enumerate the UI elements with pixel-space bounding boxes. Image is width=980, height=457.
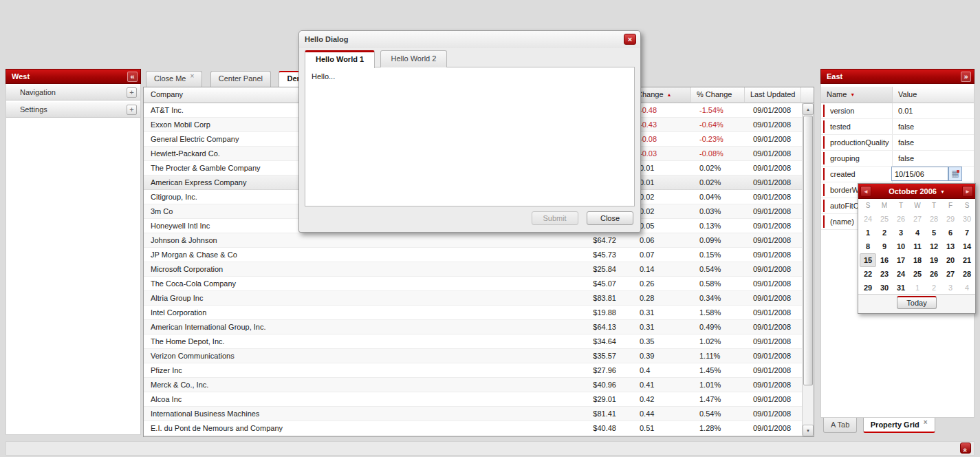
today-button[interactable]: Today (897, 296, 936, 309)
dialog-header[interactable]: Hello Dialog × (299, 31, 640, 48)
calendar-day[interactable]: 26 (893, 212, 909, 226)
calendar-day[interactable]: 3 (893, 226, 909, 240)
tab-center-panel[interactable]: Center Panel (210, 71, 271, 87)
tab-hello-world-1[interactable]: Hello World 1 (305, 50, 375, 68)
table-row[interactable]: Johnson & Johnson $64.72 0.06 0.09% 09/0… (144, 233, 802, 248)
calendar-day[interactable]: 27 (909, 212, 926, 226)
scrollbar-thumb[interactable] (803, 116, 813, 385)
table-row[interactable]: JP Morgan & Chase & Co $45.73 0.07 0.15%… (144, 248, 802, 262)
close-tab-icon[interactable]: × (190, 72, 194, 80)
calendar-day[interactable]: 15 (860, 253, 876, 267)
weekday-label: F (942, 200, 959, 211)
calendar-day[interactable]: 1 (909, 281, 926, 295)
next-month-icon[interactable]: ► (962, 186, 973, 197)
calendar-day[interactable]: 27 (942, 267, 959, 281)
calendar-trigger-icon[interactable]: ▦ (948, 167, 962, 181)
collapse-left-icon[interactable]: « (127, 72, 138, 82)
table-row[interactable]: Intel Corporation $19.88 0.31 1.58% 09/0… (144, 306, 802, 320)
calendar-day[interactable]: 28 (926, 212, 942, 226)
calendar-day[interactable]: 11 (909, 240, 926, 253)
collapse-right-icon[interactable]: » (961, 72, 971, 82)
calendar-day[interactable]: 17 (893, 253, 909, 267)
tab-a-tab[interactable]: A Tab (823, 418, 857, 433)
calendar-day[interactable]: 19 (926, 253, 942, 267)
property-row[interactable]: version 0.01 (821, 103, 974, 119)
calendar-day[interactable]: 28 (959, 267, 975, 281)
column-header-value[interactable]: Value (893, 87, 974, 103)
tab-close-me[interactable]: Close Me× (146, 71, 202, 87)
accordion-item-settings[interactable]: Settings + (6, 101, 140, 118)
table-row[interactable]: The Coca-Cola Company $45.07 0.26 0.58% … (144, 277, 802, 291)
date-input[interactable] (891, 167, 948, 181)
calendar-day[interactable]: 5 (926, 226, 942, 240)
month-year-button[interactable]: October 2006▼ (889, 187, 945, 195)
calendar-day[interactable]: 30 (959, 212, 975, 226)
grid-scrollbar[interactable]: ▲ ▼ (802, 103, 814, 436)
cell-price: $81.41 (543, 407, 631, 421)
calendar-day[interactable]: 2 (926, 281, 942, 295)
table-row[interactable]: Microsoft Corporation $25.84 0.14 0.54% … (144, 262, 802, 277)
dialog-close-icon[interactable]: × (624, 34, 636, 45)
calendar-day[interactable]: 3 (942, 281, 959, 295)
cell-company: Pfizer Inc (144, 363, 543, 377)
calendar-day[interactable]: 1 (860, 226, 876, 240)
calendar-day[interactable]: 9 (876, 240, 893, 253)
calendar-day[interactable]: 10 (893, 240, 909, 253)
calendar-day[interactable]: 2 (876, 226, 893, 240)
calendar-day[interactable]: 20 (942, 253, 959, 267)
property-row[interactable]: productionQuality false (821, 135, 974, 151)
calendar-day[interactable]: 14 (959, 240, 975, 253)
scroll-down-icon[interactable]: ▼ (803, 425, 814, 436)
cell-change: 0.14 (631, 262, 691, 276)
column-header-pct-change[interactable]: % Change (691, 87, 745, 103)
scroll-up-icon[interactable]: ▲ (803, 103, 814, 115)
submit-button[interactable]: Submit (532, 211, 578, 225)
table-row[interactable]: Altria Group Inc $83.81 0.28 0.34% 09/01… (144, 291, 802, 306)
calendar-day[interactable]: 4 (909, 226, 926, 240)
column-header-last-updated[interactable]: Last Updated (745, 87, 801, 103)
expand-south-icon[interactable]: « (960, 443, 971, 454)
expand-plus-icon[interactable]: + (127, 87, 137, 98)
calendar-day[interactable]: 13 (942, 240, 959, 253)
calendar-day[interactable]: 30 (876, 281, 893, 295)
accordion-item-navigation[interactable]: Navigation + (6, 84, 140, 100)
calendar-day[interactable]: 22 (860, 267, 876, 281)
calendar-day[interactable]: 16 (876, 253, 893, 267)
prev-month-icon[interactable]: ◄ (860, 186, 871, 197)
calendar-day[interactable]: 29 (860, 281, 876, 295)
table-row[interactable]: The Home Depot, Inc. $34.64 0.35 1.02% 0… (144, 334, 802, 349)
property-row[interactable]: grouping false (821, 151, 974, 167)
table-row[interactable]: Merck & Co., Inc. $40.96 0.41 1.01% 09/0… (144, 378, 802, 392)
calendar-day[interactable]: 25 (876, 212, 893, 226)
calendar-day[interactable]: 8 (860, 240, 876, 253)
table-row[interactable]: International Business Machines $81.41 0… (144, 407, 802, 421)
cell-company: American International Group, Inc. (144, 320, 543, 334)
calendar-day[interactable]: 18 (909, 253, 926, 267)
calendar-day[interactable]: 24 (860, 212, 876, 226)
calendar-day[interactable]: 7 (959, 226, 975, 240)
calendar-day[interactable]: 21 (959, 253, 975, 267)
expand-plus-icon[interactable]: + (127, 105, 137, 115)
calendar-day[interactable]: 26 (926, 267, 942, 281)
table-row[interactable]: Verizon Communications $35.57 0.39 1.11%… (144, 349, 802, 363)
table-row[interactable]: Pfizer Inc $27.96 0.4 1.45% 09/01/2008 (144, 363, 802, 378)
calendar-day[interactable]: 31 (893, 281, 909, 295)
calendar-day[interactable]: 4 (959, 281, 975, 295)
calendar-day[interactable]: 24 (893, 267, 909, 281)
calendar-day[interactable]: 29 (942, 212, 959, 226)
property-row[interactable]: tested false (821, 119, 974, 135)
table-row[interactable]: Alcoa Inc $29.01 0.42 1.47% 09/01/2008 (144, 392, 802, 407)
close-button[interactable]: Close (587, 211, 633, 225)
table-row[interactable]: E.I. du Pont de Nemours and Company $40.… (144, 421, 802, 436)
calendar-day[interactable]: 12 (926, 240, 942, 253)
calendar-day[interactable]: 6 (942, 226, 959, 240)
close-tab-icon[interactable]: × (924, 418, 928, 426)
table-row[interactable]: American International Group, Inc. $64.1… (144, 320, 802, 334)
calendar-day[interactable]: 25 (909, 267, 926, 281)
cell-last-updated: 09/01/2008 (745, 118, 801, 131)
column-header-name[interactable]: Name▼ (821, 87, 893, 103)
tab-hello-world-2[interactable]: Hello World 2 (380, 50, 448, 67)
calendar-day[interactable]: 23 (876, 267, 893, 281)
tab-property-grid[interactable]: Property Grid× (863, 418, 935, 433)
weekday-row: S M T W T F S (860, 200, 975, 211)
